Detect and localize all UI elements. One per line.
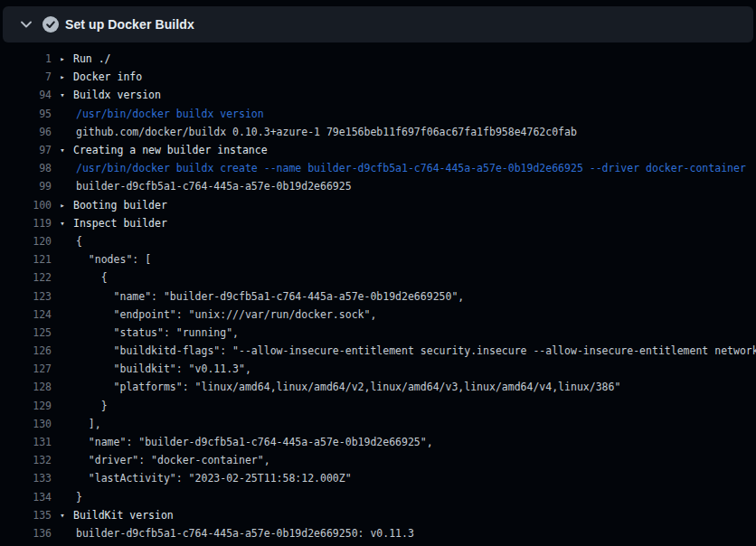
log-text: {: [73, 271, 108, 284]
triangle-down-icon[interactable]: ▾: [52, 214, 73, 232]
log-text: Run ./: [73, 52, 111, 65]
log-text: /usr/bin/docker buildx create --name bui…: [73, 162, 746, 174]
line-number[interactable]: 1: [0, 52, 52, 65]
log-text: /usr/bin/docker buildx version: [73, 108, 264, 120]
line-number[interactable]: 94: [0, 89, 52, 101]
log-text: Inspect builder: [73, 217, 167, 230]
log-line: 96github.com/docker/buildx 0.10.3+azure-…: [0, 123, 756, 141]
line-number[interactable]: 99: [0, 180, 52, 193]
log-line: 127 "buildkit": "v0.11.3",: [0, 360, 756, 378]
log-line: 126 "buildkitd-flags": "--allow-insecure…: [0, 342, 756, 360]
log-line: 98/usr/bin/docker buildx create --name b…: [0, 159, 756, 177]
log-group-line[interactable]: 100▸Booting builder: [0, 196, 756, 214]
line-number[interactable]: 130: [0, 418, 52, 430]
triangle-right-icon[interactable]: ▸: [52, 68, 73, 86]
line-number[interactable]: 133: [0, 472, 52, 485]
log-text: builder-d9cfb5a1-c764-445a-a57e-0b19d2e6…: [73, 180, 352, 193]
log-group-line[interactable]: 119▾Inspect builder: [0, 214, 756, 232]
log-line: 99builder-d9cfb5a1-c764-445a-a57e-0b19d2…: [0, 177, 756, 195]
line-number[interactable]: 122: [0, 271, 52, 284]
log-text: "name": "builder-d9cfb5a1-c764-445a-a57e…: [73, 290, 464, 303]
log-line: 133 "lastActivity": "2023-02-25T11:58:12…: [0, 469, 756, 487]
line-number[interactable]: 119: [0, 217, 52, 230]
log-text: "lastActivity": "2023-02-25T11:58:12.000…: [73, 472, 352, 485]
log-text: "platforms": "linux/amd64,linux/amd64/v2…: [73, 381, 620, 393]
log-text: {: [73, 235, 82, 248]
line-number[interactable]: 120: [0, 235, 52, 248]
log-group-line[interactable]: 1▸Run ./: [0, 50, 756, 68]
triangle-right-icon[interactable]: ▸: [52, 196, 73, 214]
log-text: "driver": "docker-container",: [73, 454, 270, 466]
log-text: "endpoint": "unix:///var/run/docker.sock…: [73, 308, 376, 321]
log-text: }: [73, 491, 82, 504]
triangle-down-icon[interactable]: ▾: [52, 506, 73, 524]
log-text: }: [73, 400, 108, 412]
log-group-line[interactable]: 135▾BuildKit version: [0, 506, 756, 524]
line-number[interactable]: 125: [0, 326, 52, 339]
log-line: 131 "name": "builder-d9cfb5a1-c764-445a-…: [0, 433, 756, 451]
line-number[interactable]: 131: [0, 436, 52, 448]
line-number[interactable]: 126: [0, 344, 52, 357]
log-text: Buildx version: [73, 89, 161, 101]
log-content: 1▸Run ./7▸Docker info94▾Buildx version95…: [0, 42, 756, 546]
check-circle-icon: [43, 16, 59, 33]
log-line: 122 {: [0, 268, 756, 287]
log-text: Creating a new builder instance: [73, 144, 268, 156]
log-line: 120{: [0, 232, 756, 250]
log-text: "nodes": [: [73, 253, 151, 266]
line-number[interactable]: 127: [0, 362, 52, 375]
log-text: BuildKit version: [73, 509, 174, 522]
step-header[interactable]: Set up Docker Buildx: [3, 6, 753, 42]
log-text: "name": "builder-d9cfb5a1-c764-445a-a57e…: [73, 436, 433, 448]
log-viewer-page: { "header": { "title": "Set up Docker Bu…: [0, 0, 756, 546]
line-number[interactable]: 132: [0, 454, 52, 466]
log-line: 130 ],: [0, 415, 756, 433]
step-title: Set up Docker Buildx: [65, 17, 194, 32]
line-number[interactable]: 136: [0, 527, 52, 540]
log-line: 123 "name": "builder-d9cfb5a1-c764-445a-…: [0, 287, 756, 305]
log-text: ],: [73, 418, 101, 430]
log-text: Booting builder: [73, 199, 167, 212]
log-line: 124 "endpoint": "unix:///var/run/docker.…: [0, 306, 756, 324]
chevron-down-icon[interactable]: [21, 21, 32, 28]
log-line: 132 "driver": "docker-container",: [0, 451, 756, 469]
log-line: 125 "status": "running",: [0, 324, 756, 342]
log-line: 95/usr/bin/docker buildx version: [0, 105, 756, 123]
log-line: 129 }: [0, 397, 756, 415]
line-number[interactable]: 100: [0, 199, 52, 212]
line-number[interactable]: 124: [0, 308, 52, 321]
line-number[interactable]: 134: [0, 491, 52, 504]
line-number[interactable]: 95: [0, 108, 52, 120]
line-number[interactable]: 7: [0, 71, 52, 83]
log-text: builder-d9cfb5a1-c764-445a-a57e-0b19d2e6…: [73, 527, 414, 540]
line-number[interactable]: 129: [0, 400, 52, 412]
log-text: "buildkitd-flags": "--allow-insecure-ent…: [73, 344, 756, 357]
log-line: 136builder-d9cfb5a1-c764-445a-a57e-0b19d…: [0, 524, 756, 542]
triangle-right-icon[interactable]: ▸: [52, 50, 73, 68]
log-group-line[interactable]: 97▾Creating a new builder instance: [0, 141, 756, 159]
line-number[interactable]: 128: [0, 381, 52, 393]
line-number[interactable]: 121: [0, 253, 52, 266]
line-number[interactable]: 97: [0, 144, 52, 156]
log-line: 121 "nodes": [: [0, 250, 756, 268]
line-number[interactable]: 96: [0, 126, 52, 138]
log-line: 134}: [0, 488, 756, 506]
line-number[interactable]: 98: [0, 162, 52, 174]
triangle-down-icon[interactable]: ▾: [52, 141, 73, 159]
log-line: 128 "platforms": "linux/amd64,linux/amd6…: [0, 378, 756, 396]
line-number[interactable]: 123: [0, 290, 52, 303]
triangle-down-icon[interactable]: ▾: [52, 86, 73, 104]
log-text: "status": "running",: [73, 326, 239, 339]
log-text: Docker info: [73, 71, 142, 83]
log-group-line[interactable]: 94▾Buildx version: [0, 86, 756, 104]
line-number[interactable]: 135: [0, 509, 52, 522]
log-text: github.com/docker/buildx 0.10.3+azure-1 …: [73, 126, 577, 138]
log-group-line[interactable]: 7▸Docker info: [0, 68, 756, 86]
log-text: "buildkit": "v0.11.3",: [73, 362, 251, 375]
